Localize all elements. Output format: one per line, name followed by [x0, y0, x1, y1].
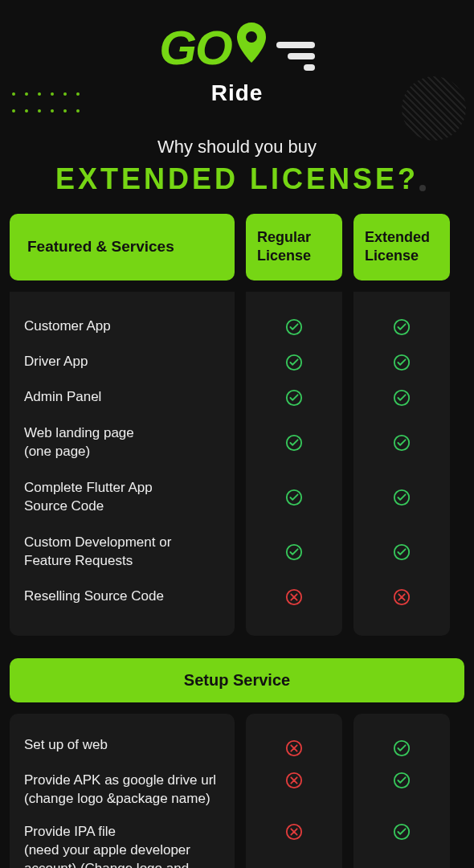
feature-cell-extended: [393, 470, 411, 525]
setup-cell-regular: [285, 731, 303, 767]
headline-top: Why should you buy: [0, 137, 474, 158]
setup-label: Set up of web: [24, 731, 220, 767]
setup-cell-regular: [285, 818, 303, 868]
features-column: Customer AppDriver AppAdmin PanelWeb lan…: [10, 292, 235, 636]
check-icon: [393, 489, 411, 506]
setup-table: Set up of webProvide APK as google drive…: [0, 714, 474, 868]
feature-label: Web landing page (one page): [24, 416, 220, 470]
setup-cell-regular: [285, 767, 303, 818]
col-header-features: Featured & Services: [10, 214, 235, 280]
cross-icon: [285, 739, 303, 757]
check-icon: [285, 543, 303, 561]
feature-cell-regular: [285, 309, 303, 345]
feature-cell-regular: [285, 416, 303, 470]
comparison-table: Featured & Services Regular License Exte…: [0, 214, 474, 636]
setup-label: Provide IPA file (need your apple develo…: [24, 818, 220, 868]
extended-column: [353, 292, 450, 636]
feature-cell-regular: [285, 345, 303, 380]
col-header-extended: Extended License: [353, 214, 450, 280]
check-icon: [393, 434, 411, 452]
feature-label: Driver App: [24, 345, 220, 380]
feature-label: Complete Flutter App Source Code: [24, 470, 220, 525]
feature-cell-extended: [393, 579, 411, 615]
speed-lines-icon: [276, 42, 315, 71]
feature-label: Reselling Source Code: [24, 579, 220, 615]
regular-column: [246, 292, 342, 636]
logo-text: GO: [159, 20, 231, 76]
check-icon: [393, 739, 411, 757]
cross-icon: [393, 588, 411, 606]
setup-regular-column: [246, 714, 342, 868]
check-icon: [285, 489, 303, 506]
check-icon: [285, 354, 303, 371]
setup-header: Setup Service: [10, 658, 464, 702]
check-icon: [393, 389, 411, 407]
svg-point-0: [246, 31, 257, 43]
check-icon: [393, 543, 411, 561]
feature-cell-extended: [393, 525, 411, 579]
feature-cell-extended: [393, 380, 411, 416]
check-icon: [393, 354, 411, 371]
setup-label: Provide APK as google drive url (change …: [24, 767, 220, 818]
feature-cell-regular: [285, 525, 303, 579]
decorative-dot: [419, 185, 426, 191]
feature-label: Customer App: [24, 309, 220, 345]
setup-cell-extended: [393, 731, 411, 767]
decorative-circle: [402, 76, 466, 141]
setup-extended-column: [353, 714, 450, 868]
feature-cell-extended: [393, 416, 411, 470]
feature-cell-extended: [393, 309, 411, 345]
cross-icon: [285, 772, 303, 789]
check-icon: [285, 434, 303, 452]
check-icon: [285, 318, 303, 336]
cross-icon: [285, 823, 303, 841]
decorative-dots: [12, 92, 84, 117]
feature-cell-regular: [285, 579, 303, 615]
check-icon: [285, 389, 303, 407]
col-header-regular: Regular License: [246, 214, 342, 280]
feature-label: Custom Development or Feature Requests: [24, 525, 220, 579]
check-icon: [393, 772, 411, 789]
feature-label: Admin Panel: [24, 380, 220, 416]
headline-main: EXTENDED LICENSE?: [0, 162, 474, 196]
headline: Why should you buy EXTENDED LICENSE?: [0, 137, 474, 196]
feature-cell-regular: [285, 380, 303, 416]
setup-features-column: Set up of webProvide APK as google drive…: [10, 714, 235, 868]
feature-cell-regular: [285, 470, 303, 525]
cross-icon: [285, 588, 303, 606]
feature-cell-extended: [393, 345, 411, 380]
logo-block: GO Ride: [0, 0, 474, 106]
setup-cell-extended: [393, 767, 411, 818]
setup-cell-extended: [393, 818, 411, 868]
check-icon: [393, 823, 411, 841]
check-icon: [393, 318, 411, 336]
map-pin-icon: [235, 21, 268, 64]
